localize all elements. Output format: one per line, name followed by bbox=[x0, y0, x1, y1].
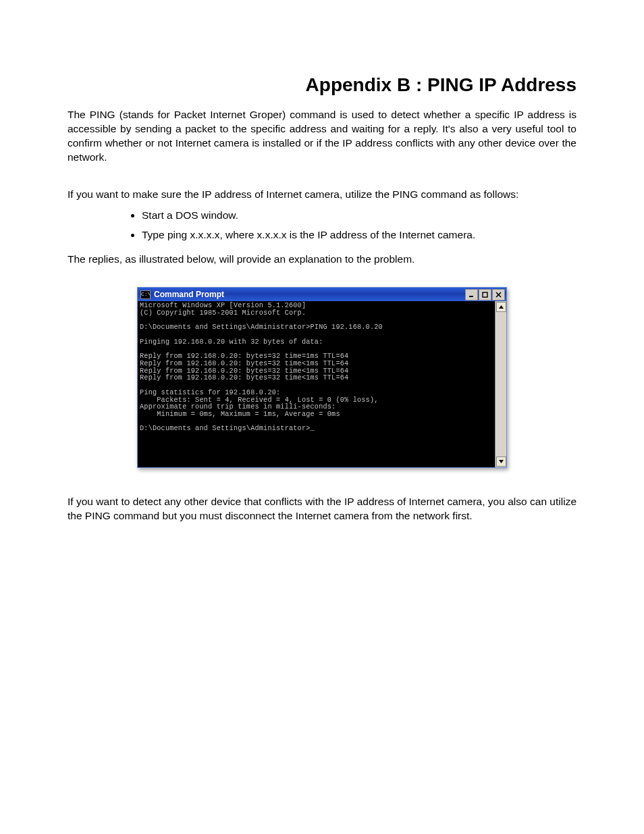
command-prompt-icon: C:\ bbox=[140, 290, 151, 299]
window-titlebar: C:\ Command Prompt bbox=[138, 288, 506, 301]
document-page: Appendix B : PING IP Address The PING (s… bbox=[0, 0, 644, 573]
minimize-button[interactable] bbox=[465, 289, 478, 301]
spacer bbox=[68, 174, 576, 188]
paragraph-conflict: If you want to detect any other device t… bbox=[68, 495, 576, 523]
command-prompt-window: C:\ Command Prompt Microsoft Windows XP … bbox=[137, 287, 507, 468]
paragraph-replies: The replies, as illustrated below, will … bbox=[68, 253, 576, 267]
svg-marker-5 bbox=[499, 460, 504, 463]
instruction-list: Start a DOS window. Type ping x.x.x.x, w… bbox=[68, 206, 576, 245]
scrollbar[interactable] bbox=[495, 301, 506, 467]
scroll-down-icon[interactable] bbox=[496, 457, 506, 467]
list-item: Start a DOS window. bbox=[142, 206, 576, 226]
window-title: Command Prompt bbox=[154, 290, 464, 299]
paragraph-howto: If you want to make sure the IP address … bbox=[68, 188, 576, 202]
list-item: Type ping x.x.x.x, where x.x.x.x is the … bbox=[142, 226, 576, 245]
svg-marker-4 bbox=[499, 305, 504, 309]
close-button[interactable] bbox=[492, 289, 505, 301]
window-body: Microsoft Windows XP [Version 5.1.2600] … bbox=[138, 301, 506, 467]
screenshot-container: C:\ Command Prompt Microsoft Windows XP … bbox=[68, 287, 576, 468]
svg-rect-1 bbox=[483, 292, 487, 297]
terminal-output: Microsoft Windows XP [Version 5.1.2600] … bbox=[138, 301, 495, 467]
page-title: Appendix B : PING IP Address bbox=[68, 74, 576, 96]
scroll-up-icon[interactable] bbox=[496, 302, 506, 312]
paragraph-intro: The PING (stands for Packet Internet Gro… bbox=[68, 108, 576, 165]
maximize-button[interactable] bbox=[479, 289, 491, 301]
